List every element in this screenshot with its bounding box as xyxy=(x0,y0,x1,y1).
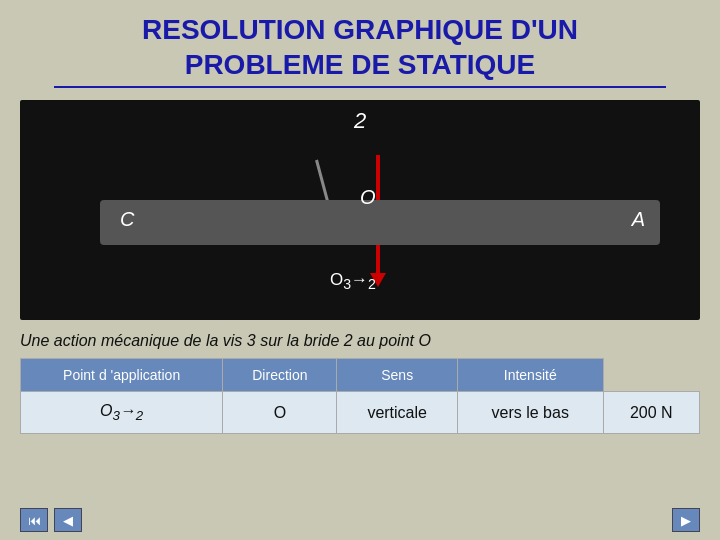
description-text: Une action mécanique de la vis 3 sur la … xyxy=(20,332,700,350)
cell-sens: vers le bas xyxy=(457,392,603,434)
nav-bar: ⏮ ◀ xyxy=(20,508,82,532)
cell-label: O3→2 xyxy=(21,392,223,434)
bride-bar xyxy=(100,200,660,245)
table-row: O3→2 O verticale vers le bas 200 N xyxy=(21,392,700,434)
col-header-point: Point d 'application xyxy=(21,359,223,392)
nav-next-button[interactable]: ▶ xyxy=(672,508,700,532)
title-line1: RESOLUTION GRAPHIQUE D'UN xyxy=(142,14,578,45)
title-area: RESOLUTION GRAPHIQUE D'UN PROBLEME DE ST… xyxy=(0,0,720,94)
diagram-label-a: A xyxy=(632,208,645,231)
col-header-sens: Sens xyxy=(337,359,457,392)
title-line2: PROBLEME DE STATIQUE xyxy=(185,49,536,80)
cell-direction: verticale xyxy=(337,392,457,434)
diagram-label-o: O xyxy=(360,186,376,209)
page-container: RESOLUTION GRAPHIQUE D'UN PROBLEME DE ST… xyxy=(0,0,720,540)
diagram-label-o3: O3→2 xyxy=(330,270,376,292)
col-header-direction: Direction xyxy=(223,359,337,392)
nav-first-button[interactable]: ⏮ xyxy=(20,508,48,532)
diagram-area: 2 C A O O3→2 xyxy=(20,100,700,320)
cell-intensite: 200 N xyxy=(603,392,699,434)
cell-point: O xyxy=(223,392,337,434)
diagram-label-c: C xyxy=(120,208,134,231)
title-underline xyxy=(54,86,666,88)
table-header-row: Point d 'application Direction Sens Inte… xyxy=(21,359,700,392)
diagram-label-2: 2 xyxy=(354,108,366,134)
data-table: Point d 'application Direction Sens Inte… xyxy=(20,358,700,434)
col-header-intensite: Intensité xyxy=(457,359,603,392)
page-title: RESOLUTION GRAPHIQUE D'UN PROBLEME DE ST… xyxy=(20,12,700,82)
nav-prev-button[interactable]: ◀ xyxy=(54,508,82,532)
